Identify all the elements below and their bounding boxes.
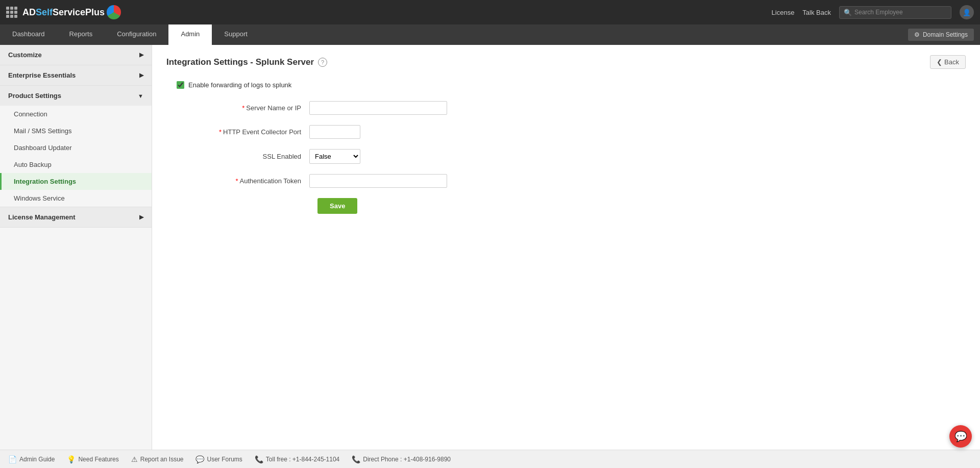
logo-ad: AD	[22, 7, 36, 18]
logo-icon	[107, 5, 121, 19]
chevron-right-icon: ▶	[139, 52, 143, 58]
tab-support[interactable]: Support	[212, 24, 260, 45]
sidebar-item-connection[interactable]: Connection	[0, 106, 152, 122]
need-features-link[interactable]: 💡 Need Features	[67, 455, 118, 463]
admin-guide-link[interactable]: 📄 Admin Guide	[8, 455, 55, 463]
main-layout: Customize ▶ Enterprise Essentials ▶ Prod…	[0, 45, 980, 450]
logo-service: Service	[53, 7, 85, 18]
help-icon[interactable]: ?	[318, 58, 327, 67]
sidebar-item-windows-service[interactable]: Windows Service	[0, 190, 152, 207]
logo-plus: Plus	[85, 7, 105, 18]
license-link[interactable]: License	[772, 9, 795, 16]
required-star-2: *	[219, 128, 222, 136]
chevron-right-icon-2: ▶	[139, 72, 143, 79]
sidebar-section-enterprise: Enterprise Essentials ▶	[0, 65, 152, 86]
http-port-input[interactable]	[309, 125, 360, 139]
page-header: Integration Settings - Splunk Server ? ❮…	[166, 55, 966, 69]
required-star-3: *	[235, 177, 238, 185]
content-area: Integration Settings - Splunk Server ? ❮…	[152, 45, 980, 450]
sidebar-item-dashboard-updater[interactable]: Dashboard Updater	[0, 139, 152, 156]
server-name-row: *Server Name or IP	[177, 101, 955, 115]
nav-right: ⚙ Domain Settings	[908, 24, 974, 45]
sidebar-section-header-license[interactable]: License Management ▶	[0, 207, 152, 227]
logo-self: Self	[36, 7, 53, 18]
phone-icon-1: 📞	[255, 455, 263, 463]
auth-token-label: *Authentication Token	[177, 177, 309, 185]
warning-icon: ⚠	[131, 455, 138, 463]
chevron-left-icon: ❮	[937, 58, 942, 66]
sidebar-item-mail-sms[interactable]: Mail / SMS Settings	[0, 122, 152, 139]
nav-bar: Dashboard Reports Configuration Admin Su…	[0, 24, 980, 45]
tab-admin[interactable]: Admin	[168, 24, 212, 45]
phone-icon-2: 📞	[352, 455, 360, 463]
form-section: Enable forwarding of logs to splunk *Ser…	[166, 81, 966, 214]
tab-reports[interactable]: Reports	[57, 24, 105, 45]
chevron-down-icon: ▼	[138, 93, 143, 99]
chat-bubble-button[interactable]: 💬	[949, 425, 972, 448]
report-issue-link[interactable]: ⚠ Report an Issue	[131, 455, 184, 463]
bulb-icon: 💡	[67, 455, 76, 463]
enable-forwarding-checkbox[interactable]	[177, 81, 184, 89]
http-port-row: *HTTP Event Collector Port	[177, 125, 955, 139]
ssl-enabled-select[interactable]: False True	[309, 149, 360, 164]
ssl-enabled-label: SSL Enabled	[177, 153, 309, 160]
button-row: Save	[317, 198, 955, 214]
page-title: Integration Settings - Splunk Server	[166, 57, 314, 67]
gear-icon: ⚙	[914, 31, 920, 38]
save-button[interactable]: Save	[317, 198, 357, 214]
enable-forwarding-label[interactable]: Enable forwarding of logs to splunk	[188, 81, 291, 89]
chevron-right-icon-3: ▶	[139, 214, 143, 220]
sidebar-section-product-settings: Product Settings ▼ Connection Mail / SMS…	[0, 86, 152, 207]
auth-token-input[interactable]	[309, 174, 447, 188]
sidebar-section-customize: Customize ▶	[0, 45, 152, 65]
tab-configuration[interactable]: Configuration	[105, 24, 168, 45]
auth-token-row: *Authentication Token	[177, 174, 955, 188]
enable-forwarding-row: Enable forwarding of logs to splunk	[177, 81, 955, 89]
http-port-label: *HTTP Event Collector Port	[177, 128, 309, 136]
search-box: 🔍	[839, 6, 951, 19]
user-forums-link[interactable]: 💬 User Forums	[195, 455, 242, 463]
chat-icon: 💬	[195, 455, 204, 463]
server-name-label: *Server Name or IP	[177, 104, 309, 112]
sidebar-section-header-product-settings[interactable]: Product Settings ▼	[0, 86, 152, 106]
sidebar-section-header-customize[interactable]: Customize ▶	[0, 45, 152, 65]
book-icon: 📄	[8, 455, 17, 463]
user-icon[interactable]: 👤	[960, 5, 974, 19]
sidebar-item-integration-settings[interactable]: Integration Settings	[0, 173, 152, 190]
sidebar-item-auto-backup[interactable]: Auto Backup	[0, 156, 152, 173]
direct-phone-link[interactable]: 📞 Direct Phone : +1-408-916-9890	[352, 455, 451, 463]
top-bar: ADSelfService Plus License Talk Back 🔍 👤	[0, 0, 980, 24]
sidebar-section-header-enterprise[interactable]: Enterprise Essentials ▶	[0, 65, 152, 85]
sidebar: Customize ▶ Enterprise Essentials ▶ Prod…	[0, 45, 152, 450]
footer: 📄 Admin Guide 💡 Need Features ⚠ Report a…	[0, 450, 980, 468]
grid-icon[interactable]	[6, 7, 17, 18]
back-button[interactable]: ❮ Back	[930, 55, 966, 69]
top-right-area: License Talk Back 🔍 👤	[772, 5, 974, 19]
ssl-enabled-row: SSL Enabled False True	[177, 149, 955, 164]
search-icon: 🔍	[844, 9, 852, 16]
talk-back-link[interactable]: Talk Back	[802, 9, 831, 16]
toll-free-link[interactable]: 📞 Toll free : +1-844-245-1104	[255, 455, 339, 463]
page-title-row: Integration Settings - Splunk Server ?	[166, 57, 327, 67]
domain-settings-button[interactable]: ⚙ Domain Settings	[908, 29, 974, 41]
required-star-1: *	[242, 104, 244, 112]
tab-dashboard[interactable]: Dashboard	[0, 24, 57, 45]
search-input[interactable]	[854, 9, 946, 16]
app-logo: ADSelfService Plus	[22, 5, 121, 19]
sidebar-section-license: License Management ▶	[0, 207, 152, 228]
server-name-input[interactable]	[309, 101, 447, 115]
